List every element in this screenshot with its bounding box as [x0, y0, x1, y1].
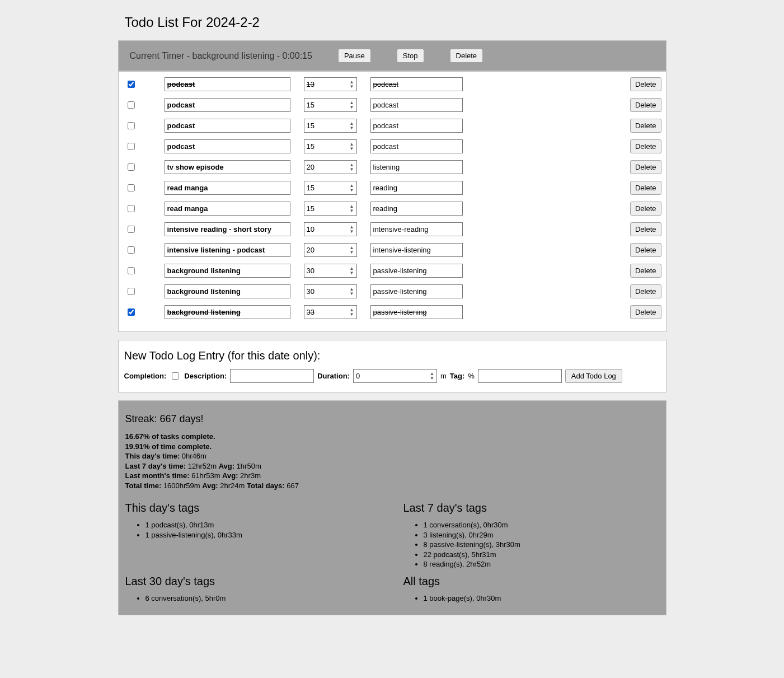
delete-todo-button[interactable]: Delete: [630, 77, 661, 91]
todo-duration-input[interactable]: [304, 181, 357, 195]
duration-input[interactable]: [353, 369, 437, 383]
todo-description-input[interactable]: [165, 284, 290, 298]
todo-row: ▲▼Delete: [123, 240, 661, 260]
todo-checkbox[interactable]: [128, 81, 135, 88]
add-todo-log-button[interactable]: Add Todo Log: [565, 369, 622, 383]
tags-section-title: All tags: [403, 575, 659, 588]
todo-row: ▲▼Delete: [123, 115, 661, 136]
todo-description-input[interactable]: [165, 160, 290, 174]
stat-line: 16.67% of tasks complete.: [125, 432, 659, 442]
todo-description-input[interactable]: [165, 222, 290, 236]
tag-item: 1 passive-listening(s), 0hr33m: [145, 530, 381, 540]
delete-todo-button[interactable]: Delete: [630, 243, 661, 257]
todo-duration-input[interactable]: [304, 160, 357, 174]
todo-row: ▲▼Delete: [123, 302, 661, 322]
completion-checkbox[interactable]: [172, 372, 179, 380]
tags-section: This day's tags1 podcast(s), 0hr13m1 pas…: [125, 502, 381, 569]
tag-item: 1 book-page(s), 0hr30m: [424, 593, 659, 604]
todo-duration-input[interactable]: [304, 305, 357, 319]
delete-todo-button[interactable]: Delete: [630, 305, 661, 319]
todo-description-input[interactable]: [165, 243, 290, 257]
tags-section: All tags1 book-page(s), 0hr30m: [403, 575, 659, 604]
todo-duration-input[interactable]: [304, 264, 357, 278]
todo-tag-input[interactable]: [370, 243, 463, 257]
todo-tag-input[interactable]: [370, 77, 463, 91]
todo-tag-input[interactable]: [370, 284, 463, 298]
todo-description-input[interactable]: [165, 264, 290, 278]
tag-item: 8 reading(s), 2hr52m: [424, 559, 659, 569]
todo-tag-input[interactable]: [370, 222, 463, 236]
new-entry-panel: New Todo Log Entry (for this date only):…: [118, 340, 666, 392]
todo-tag-input[interactable]: [370, 202, 463, 216]
todo-checkbox[interactable]: [128, 226, 135, 233]
todo-description-input[interactable]: [165, 119, 290, 133]
delete-todo-button[interactable]: Delete: [630, 119, 661, 133]
todo-checkbox[interactable]: [128, 143, 135, 150]
todo-row: ▲▼Delete: [123, 95, 661, 115]
stat-line: Last 7 day's time: 12hr52m Avg: 1hr50m: [125, 461, 659, 471]
todo-duration-input[interactable]: [304, 222, 357, 236]
description-input[interactable]: [230, 369, 314, 383]
todo-tag-input[interactable]: [370, 181, 463, 195]
todo-description-input[interactable]: [165, 202, 290, 216]
todo-row: ▲▼Delete: [123, 260, 661, 281]
todo-tag-input[interactable]: [370, 98, 463, 112]
todo-checkbox[interactable]: [128, 101, 135, 109]
tags-section-title: Last 30 day's tags: [125, 575, 381, 588]
stats-panel: Streak: 667 days! 16.67% of tasks comple…: [118, 400, 666, 615]
todo-checkbox[interactable]: [128, 205, 135, 212]
todo-row: ▲▼Delete: [123, 157, 661, 177]
tags-section: Last 30 day's tags6 conversation(s), 5hr…: [125, 575, 381, 604]
todo-checkbox[interactable]: [128, 267, 135, 274]
tags-section: Last 7 day's tags1 conversation(s), 0hr3…: [403, 502, 659, 569]
delete-todo-button[interactable]: Delete: [630, 181, 661, 195]
todo-row: ▲▼Delete: [123, 198, 661, 219]
todo-duration-input[interactable]: [304, 98, 357, 112]
new-entry-title: New Todo Log Entry (for this date only):: [124, 349, 660, 362]
todo-description-input[interactable]: [165, 77, 290, 91]
todo-duration-input[interactable]: [304, 202, 357, 216]
delete-todo-button[interactable]: Delete: [630, 222, 661, 236]
todo-checkbox[interactable]: [128, 184, 135, 191]
todo-duration-input[interactable]: [304, 284, 357, 298]
stat-line: This day's time: 0hr46m: [125, 451, 659, 461]
todo-checkbox[interactable]: [128, 163, 135, 171]
todo-tag-input[interactable]: [370, 119, 463, 133]
todo-duration-input[interactable]: [304, 77, 357, 91]
timer-delete-button[interactable]: Delete: [450, 49, 483, 63]
todo-checkbox[interactable]: [128, 246, 135, 254]
todo-tag-input[interactable]: [370, 264, 463, 278]
todo-row: ▲▼Delete: [123, 74, 661, 95]
tag-input[interactable]: [478, 369, 562, 383]
todo-tag-input[interactable]: [370, 305, 463, 319]
timer-bar: Current Timer - background listening - 0…: [118, 40, 666, 71]
stop-button[interactable]: Stop: [397, 49, 424, 63]
delete-todo-button[interactable]: Delete: [630, 202, 661, 216]
todo-duration-input[interactable]: [304, 119, 357, 133]
delete-todo-button[interactable]: Delete: [630, 98, 661, 112]
todo-tag-input[interactable]: [370, 160, 463, 174]
pause-button[interactable]: Pause: [338, 49, 371, 63]
todo-duration-input[interactable]: [304, 243, 357, 257]
todo-description-input[interactable]: [165, 98, 290, 112]
delete-todo-button[interactable]: Delete: [630, 160, 661, 174]
todo-description-input[interactable]: [165, 305, 290, 319]
duration-label: Duration:: [317, 372, 350, 380]
todo-checkbox[interactable]: [128, 308, 135, 316]
todo-tag-input[interactable]: [370, 139, 463, 153]
streak-text: Streak: 667 days!: [125, 413, 659, 425]
delete-todo-button[interactable]: Delete: [630, 139, 661, 153]
tag-item: 22 podcast(s), 5hr31m: [424, 550, 659, 560]
todo-row: ▲▼Delete: [123, 136, 661, 157]
todo-checkbox[interactable]: [128, 122, 135, 129]
tag-item: 8 passive-listening(s), 3hr30m: [424, 540, 659, 550]
delete-todo-button[interactable]: Delete: [630, 264, 661, 278]
todo-checkbox[interactable]: [128, 288, 135, 295]
tag-item: 6 conversation(s), 5hr0m: [145, 593, 381, 604]
todo-duration-input[interactable]: [304, 139, 357, 153]
stat-line: Total time: 1600hr59m Avg: 2hr24m Total …: [125, 481, 659, 491]
delete-todo-button[interactable]: Delete: [630, 284, 661, 298]
tag-item: 1 podcast(s), 0hr13m: [145, 520, 381, 530]
todo-description-input[interactable]: [165, 181, 290, 195]
todo-description-input[interactable]: [165, 139, 290, 153]
